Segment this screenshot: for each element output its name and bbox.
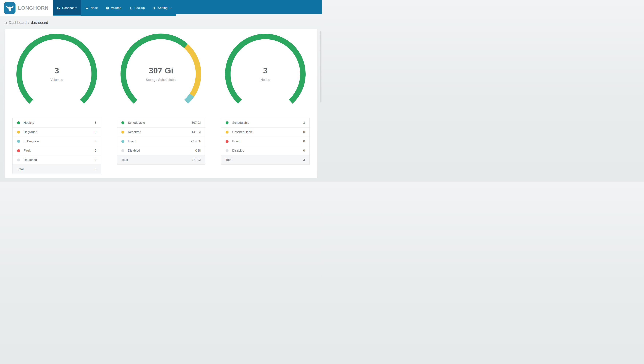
donut-chart: 307 Gi Storage Schedulable [120,33,202,114]
legend-value: 0 [94,158,96,162]
legend-row: Used22.4 Gi [117,137,205,146]
legend-label: In Progress [24,140,40,143]
database-icon [106,6,109,10]
header-filler [176,0,322,14]
legend-row: Down0 [221,137,310,146]
nav-tab-volume[interactable]: Volume [102,0,125,16]
donut-arc-svg [120,33,202,114]
legend-row: Schedulable3 [221,118,310,127]
legend-total-value: 3 [94,168,96,171]
nav-tab-backup[interactable]: Backup [125,0,149,16]
legend-value: 0 [303,130,305,134]
legend-label: Schedulable [232,121,249,124]
breadcrumb-root-label: Dashboard [9,20,26,25]
legend-label: Degraded [24,130,37,134]
breadcrumb-separator: / [28,20,29,25]
legend-color-dot [121,149,124,152]
legend-color-dot [121,130,124,134]
nav-tab-label: Node [90,6,98,10]
nav-tab-label: Dashboard [62,6,77,10]
legend-label: Unschedulable [232,130,252,134]
legend-row: Disabled0 Bi [117,146,205,155]
legend-table: Schedulable307 GiReserved141 GiUsed22.4 … [117,118,205,165]
donut-segment-reserved [184,44,201,97]
legend-label: Disabled [232,149,244,152]
legend-total-label: Total [226,158,232,162]
donut-arc-svg [16,33,97,114]
legend-label: Detached [24,158,37,162]
bar-chart-icon [5,21,8,24]
legend-label: Used [128,140,135,143]
legend-value: 0 [303,149,305,152]
longhorn-bull-logo-icon [4,2,16,14]
breadcrumb-current: dashboard [31,20,48,25]
legend-label: Schedulable [128,121,145,124]
legend-row: Healthy3 [12,118,101,127]
donut-chart: 3 Nodes [225,33,306,114]
nav-tab-label: Setting [158,6,168,10]
laptop-icon [85,6,88,10]
legend-color-dot [17,149,20,152]
legend-total-row: Total3 [12,164,101,174]
legend-color-dot [121,140,124,143]
chart-column: 3 Volumes Healthy3Degraded0In Progress0F… [4,29,109,178]
legend-label: Healthy [24,121,34,124]
legend-total-row: Total471 Gi [117,155,205,164]
donut-segment-healthy [16,34,97,104]
legend-total-label: Total [17,168,24,171]
legend-color-dot [226,149,228,152]
legend-value: 141 Gi [192,130,201,134]
legend-color-dot [17,140,20,143]
copy-icon [130,6,133,10]
legend-color-dot [121,121,124,124]
legend-value: 0 [303,140,305,143]
legend-row: Detached0 [12,155,101,164]
legend-value: 3 [94,121,96,124]
legend-total-label: Total [121,158,128,162]
chart-column: 307 Gi Storage Schedulable Schedulable30… [109,29,213,178]
active-tab-underline [53,15,81,16]
legend-total-row: Total3 [221,155,310,164]
logo[interactable]: LONGHORN [0,0,53,16]
legend-color-dot [17,130,20,134]
legend-total-value: 471 Gi [192,158,201,162]
legend-row: Fault0 [12,146,101,155]
main-nav: DashboardNodeVolumeBackupSetting [53,0,176,16]
legend-total-value: 3 [303,158,305,162]
legend-label: Disabled [128,149,140,152]
chevron-down-icon [170,7,172,9]
legend-color-dot [226,121,228,124]
dashboard-card: 3 Volumes Healthy3Degraded0In Progress0F… [4,29,318,178]
app-header: LONGHORN DashboardNodeVolumeBackupSettin… [0,0,322,16]
vertical-scrollbar-thumb[interactable] [320,31,322,102]
bar-chart-icon [57,6,60,10]
legend-row: In Progress0 [12,137,101,146]
nav-tab-dashboard[interactable]: Dashboard [53,0,81,16]
legend-value: 22.4 Gi [190,140,201,143]
legend-color-dot [226,140,228,143]
legend-row: Schedulable307 Gi [117,118,205,127]
legend-value: 0 Bi [195,149,201,152]
legend-color-dot [17,121,20,124]
nav-tab-node[interactable]: Node [81,0,102,16]
legend-color-dot [17,158,20,162]
logo-text: LONGHORN [18,5,48,11]
legend-label: Reserved [128,130,141,134]
legend-table: Healthy3Degraded0In Progress0Fault0Detac… [12,118,101,174]
breadcrumb-root-link[interactable]: Dashboard [5,20,26,25]
donut-arc-svg [225,33,306,114]
legend-label: Down [232,140,240,143]
donut-chart: 3 Volumes [16,33,97,114]
chart-column: 3 Nodes Schedulable3Unschedulable0Down0D… [213,29,318,178]
donut-segment-schedulable [121,34,188,104]
legend-color-dot [226,130,228,134]
nav-tab-label: Backup [134,6,145,10]
nav-tab-label: Volume [111,6,121,10]
breadcrumb: Dashboard / dashboard [0,16,322,29]
donut-segment-schedulable [225,34,306,104]
legend-value: 0 [94,140,96,143]
nav-tab-setting[interactable]: Setting [149,0,176,16]
legend-value: 307 Gi [192,121,201,124]
legend-row: Degraded0 [12,127,101,137]
legend-value: 3 [303,121,305,124]
